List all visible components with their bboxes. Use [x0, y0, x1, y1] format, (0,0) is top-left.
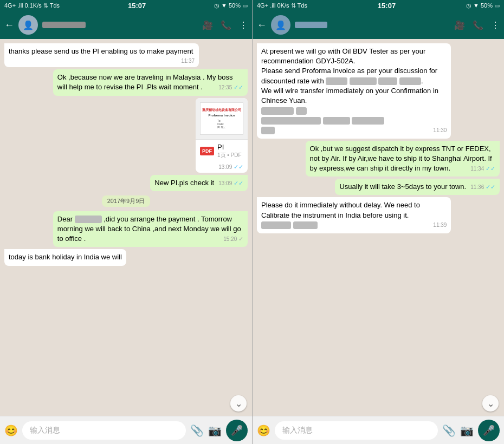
left-msg-2-time: 12:35 ✓✓ — [218, 83, 243, 92]
right-message-input[interactable]: 输入消息 — [275, 421, 438, 440]
right-time: 15:07 — [378, 2, 396, 10]
left-pdf-footer: PDF PI 1页 • PDF — [196, 140, 248, 162]
left-pdf-name: PI 1页 • PDF — [217, 143, 242, 159]
left-scroll-down[interactable]: ⌄ — [230, 395, 247, 412]
left-msg-5-time: 15:20 ✓ — [223, 235, 243, 243]
left-data-speed: 0.1K/s — [25, 2, 42, 9]
right-phone-panel: 4G+ .ill 0K/s ⇅ Tds 15:07 ◷ ▼ 50% ▭ ← 👤 … — [252, 0, 504, 444]
right-contact-name[interactable] — [295, 22, 450, 28]
left-emoji-icon[interactable]: 😊 — [4, 424, 18, 437]
right-attach-icon[interactable]: 📎 — [442, 424, 456, 437]
right-scroll-down[interactable]: ⌄ — [482, 395, 499, 412]
left-pdf-preview: 重庆精动机电设备有限公司 Proforma Invoice To: Date: … — [196, 98, 248, 140]
left-carrier: Tds — [50, 2, 60, 9]
right-video-icon[interactable]: 🎥 — [454, 20, 465, 30]
right-header-icons: 🎥 📞 ⋮ — [454, 20, 500, 30]
right-blurred-11 — [261, 221, 291, 229]
right-blurred-3 — [378, 77, 397, 85]
left-msg-4: New PI.pls check it 13:09 ✓✓ — [150, 175, 248, 191]
left-time: 15:07 — [128, 2, 146, 10]
left-wifi-icon: ▼ — [221, 2, 227, 9]
right-wifi-icon: ▼ — [473, 2, 479, 9]
left-usb: ⇅ — [43, 2, 48, 9]
right-reply-bar: 😊 输入消息 📎 📷 🎤 — [253, 416, 504, 444]
right-blurred-4 — [399, 77, 421, 85]
left-alarm-icon: ◷ — [214, 2, 219, 9]
right-mic-button[interactable]: 🎤 — [478, 420, 500, 441]
left-msg-1-time: 11:37 — [181, 57, 195, 65]
right-battery: 50% — [481, 2, 493, 9]
left-contact-name[interactable] — [42, 22, 198, 28]
right-status-left: 4G+ .ill 0K/s ⇅ Tds — [257, 2, 307, 9]
left-battery-icon: ▭ — [242, 2, 248, 9]
left-reply-bar: 😊 输入消息 📎 📷 🎤 — [0, 416, 252, 444]
left-video-icon[interactable]: 🎥 — [202, 20, 213, 30]
right-chat-header: ← 👤 🎥 📞 ⋮ — [253, 11, 504, 39]
left-msg-6: today is bank holiday in India we will — [4, 249, 126, 265]
right-msg-4-time: 11:39 — [433, 221, 447, 229]
right-usb: ⇅ — [291, 2, 296, 9]
right-back-button[interactable]: ← — [257, 19, 267, 31]
left-status-bar: 4G+ .ill 0.1K/s ⇅ Tds 15:07 ◷ ▼ 50% ▭ — [0, 0, 252, 11]
right-camera-icon[interactable]: 📷 — [460, 424, 474, 437]
right-blurred-7 — [261, 117, 321, 125]
left-back-button[interactable]: ← — [4, 19, 14, 31]
left-chat-area: thanks please send us the PI enabling us… — [0, 39, 252, 416]
right-msg-3-time: 11:36 ✓✓ — [470, 183, 495, 191]
left-chat-header: ← 👤 🎥 📞 ⋮ — [0, 11, 252, 39]
left-msg-2: Ok ,because now we are traveling in Mala… — [53, 69, 248, 95]
right-battery-icon: ▭ — [494, 2, 500, 9]
left-header-icons: 🎥 📞 ⋮ — [202, 20, 248, 30]
left-attach-icon[interactable]: 📎 — [190, 424, 204, 437]
left-pdf-time: 13:09 ✓✓ — [196, 162, 248, 173]
left-msg-1: thanks please send us the PI enabling us… — [4, 43, 199, 67]
right-status-right: ◷ ▼ 50% ▭ — [466, 2, 500, 9]
right-msg-4: Please do it immediately without delay. … — [257, 197, 451, 233]
right-status-bar: 4G+ .ill 0K/s ⇅ Tds 15:07 ◷ ▼ 50% ▭ — [253, 0, 504, 11]
left-camera-icon[interactable]: 📷 — [208, 424, 222, 437]
right-blurred-8 — [323, 117, 350, 125]
right-blurred-9 — [352, 117, 384, 125]
right-alarm-icon: ◷ — [466, 2, 471, 9]
right-signal: 4G+ .ill — [257, 2, 276, 9]
left-battery: 50% — [229, 2, 241, 9]
right-blurred-5 — [261, 107, 294, 115]
left-signal: 4G+ .ill — [4, 2, 23, 9]
right-msg-1: At present we will go with Oil BDV Teste… — [257, 43, 451, 139]
left-phone-panel: 4G+ .ill 0.1K/s ⇅ Tds 15:07 ◷ ▼ 50% ▭ ← … — [0, 0, 252, 444]
left-msg-5: Dear ,did you arrange the payment . Tomo… — [53, 211, 248, 247]
right-msg-3: Usually it will take 3~5days to your tow… — [335, 179, 500, 195]
right-contact-avatar[interactable]: 👤 — [271, 15, 290, 35]
left-pdf-icon: PDF — [200, 147, 214, 155]
left-more-icon[interactable]: ⋮ — [239, 20, 248, 30]
right-msg-1-time: 11:30 — [433, 127, 447, 134]
right-carrier: Tds — [298, 2, 307, 9]
right-chat-area: At present we will go with Oil BDV Teste… — [253, 39, 504, 416]
left-contact-avatar[interactable]: 👤 — [18, 15, 38, 35]
right-emoji-icon[interactable]: 😊 — [257, 424, 270, 437]
left-blurred-name — [75, 216, 102, 223]
right-blurred-2 — [350, 77, 377, 85]
left-phone-icon[interactable]: 📞 — [221, 20, 231, 30]
left-message-input[interactable]: 输入消息 — [22, 421, 186, 440]
right-msg-2-time: 11:34 ✓✓ — [470, 165, 495, 173]
right-blurred-1 — [326, 77, 347, 85]
left-msg-4-time: 13:09 ✓✓ — [218, 179, 243, 187]
right-data-speed: 0K/s — [277, 2, 289, 9]
right-phone-icon[interactable]: 📞 — [473, 20, 483, 30]
right-msg-2: Ok ,but we suggest dispatch it by expres… — [306, 141, 500, 177]
right-more-icon[interactable]: ⋮ — [491, 20, 500, 30]
right-blurred-12 — [293, 221, 318, 229]
left-pdf-attachment[interactable]: ↩ 重庆精动机电设备有限公司 Proforma Invoice To: Date… — [196, 98, 248, 173]
left-pdf-thumbnail: 重庆精动机电设备有限公司 Proforma Invoice To: Date: … — [200, 102, 243, 135]
left-mic-button[interactable]: 🎤 — [226, 420, 248, 441]
right-blurred-10 — [261, 127, 275, 134]
right-blurred-6 — [296, 107, 307, 115]
left-date-separator: 2017年9月9日 — [102, 195, 151, 207]
left-status-right: ◷ ▼ 50% ▭ — [214, 2, 248, 9]
left-status-left: 4G+ .ill 0.1K/s ⇅ Tds — [4, 2, 60, 9]
